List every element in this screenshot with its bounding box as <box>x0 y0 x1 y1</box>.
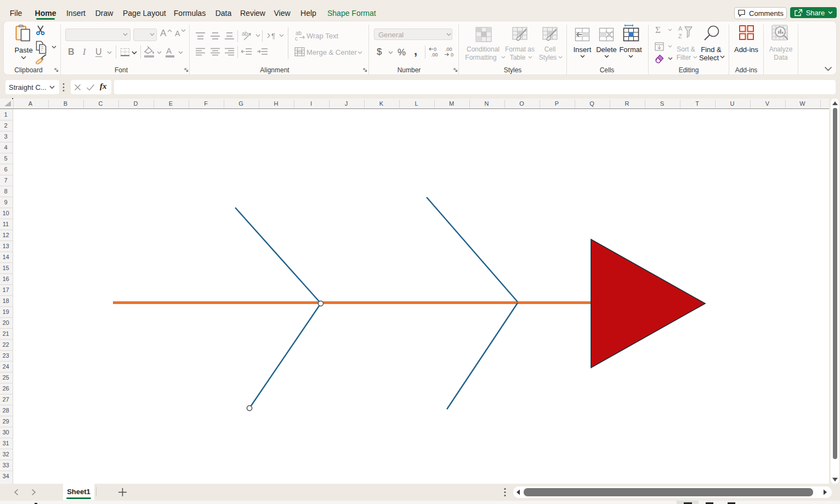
svg-text:0: 0 <box>434 47 436 52</box>
svg-text:Z: Z <box>678 33 682 39</box>
svg-text:c: c <box>295 36 298 41</box>
svg-text:.00: .00 <box>431 52 438 58</box>
svg-text:ab: ab <box>242 31 248 37</box>
svg-text:0: 0 <box>451 52 453 58</box>
svg-text:¶: ¶ <box>271 32 275 39</box>
svg-text:A: A <box>678 25 683 32</box>
svg-text:.00: .00 <box>445 47 452 52</box>
